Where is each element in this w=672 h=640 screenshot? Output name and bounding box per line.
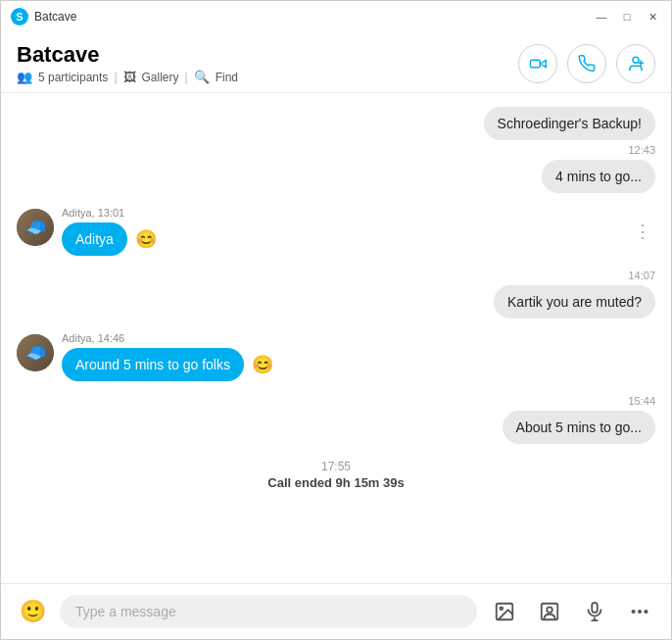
separator-1: | <box>114 71 117 84</box>
emoji-picker-button[interactable]: 🙂 <box>15 594 50 629</box>
chat-header: Batcave 👥 5 participants | 🖼 Gallery | 🔍… <box>1 32 671 93</box>
video-call-button[interactable] <box>518 44 557 83</box>
avatar: 🧢 <box>17 209 54 246</box>
separator-2: | <box>185 71 188 84</box>
skype-logo-icon: S <box>11 8 28 25</box>
call-ended-time: 17:55 <box>17 460 655 473</box>
call-ended-label: Call ended 9h 15m 39s <box>17 475 655 490</box>
emoji-reaction-button[interactable]: 😊 <box>252 354 273 375</box>
avatar-image: 🧢 <box>17 334 54 371</box>
message-body: Aditya, 13:01 Aditya 😊 <box>62 207 157 256</box>
bubble-row: Around 5 mins to go folks 😊 <box>62 348 273 381</box>
audio-button[interactable] <box>577 594 612 629</box>
chat-title: Batcave <box>17 42 238 68</box>
timestamp-row: 12:43 <box>628 144 655 158</box>
contact-icon <box>539 601 560 622</box>
maximize-button[interactable]: □ <box>618 8 636 25</box>
message-row: Schroedinger's Backup! <box>17 107 655 140</box>
emoji-icon: 🙂 <box>20 599 46 624</box>
sender-info: Aditya, 13:01 <box>62 207 157 219</box>
contact-button[interactable] <box>532 594 567 629</box>
find-icon: 🔍 <box>194 70 210 84</box>
message-bubble: Around 5 mins to go folks <box>62 348 244 381</box>
message-bubble: Kartik you are muted? <box>494 285 655 319</box>
close-button[interactable]: ✕ <box>644 8 661 25</box>
emoji-reaction-button[interactable]: 😊 <box>135 228 157 250</box>
svg-point-13 <box>639 611 641 613</box>
participants-icon: 👥 <box>17 70 32 84</box>
image-icon <box>494 601 515 622</box>
message-timestamp: 15:44 <box>628 395 655 407</box>
call-ended-block: 17:55 Call ended 9h 15m 39s <box>17 460 655 490</box>
sender-info: Aditya, 14:46 <box>62 332 273 344</box>
more-dots-icon <box>629 601 650 622</box>
message-timestamp: 12:43 <box>628 144 655 156</box>
message-body: Aditya, 14:46 Around 5 mins to go folks … <box>62 332 273 381</box>
message-row: 15:44 About 5 mins to go... <box>17 395 655 444</box>
message-bubble: 4 mins to go... <box>542 160 655 193</box>
video-icon <box>529 55 547 73</box>
message-row: 🧢 Aditya, 14:46 Around 5 mins to go folk… <box>17 332 655 381</box>
gallery-label[interactable]: Gallery <box>142 71 179 84</box>
add-participant-button[interactable] <box>616 44 655 83</box>
message-timestamp: 14:07 <box>628 270 655 281</box>
message-row: 14:07 Kartik you are muted? <box>17 270 655 319</box>
add-person-icon <box>627 55 645 73</box>
titlebar: S Batcave — □ ✕ <box>1 1 671 32</box>
header-actions <box>518 44 655 83</box>
gallery-icon: 🖼 <box>123 70 136 84</box>
titlebar-controls: — □ ✕ <box>593 8 661 25</box>
svg-point-12 <box>633 611 635 613</box>
svg-point-2 <box>633 57 639 63</box>
message-row: 12:43 4 mins to go... <box>17 144 655 193</box>
input-bar: 🙂 <box>1 583 671 639</box>
media-button[interactable] <box>487 594 522 629</box>
audio-call-button[interactable] <box>567 44 606 83</box>
phone-icon <box>578 55 596 73</box>
svg-point-8 <box>547 607 552 613</box>
timestamp-row: 14:07 <box>628 270 655 283</box>
message-bubble: Schroedinger's Backup! <box>484 107 655 140</box>
messages-area: Schroedinger's Backup! 12:43 4 mins to g… <box>1 93 671 583</box>
svg-rect-0 <box>531 60 541 68</box>
titlebar-left: S Batcave <box>11 8 76 25</box>
microphone-icon <box>584 601 605 622</box>
avatar-image: 🧢 <box>17 209 54 246</box>
message-input[interactable] <box>60 595 477 628</box>
more-options-button[interactable]: ⋮ <box>630 217 655 246</box>
message-bubble: Aditya <box>62 222 127 256</box>
find-label[interactable]: Find <box>216 71 238 84</box>
timestamp-row: 15:44 <box>628 395 655 409</box>
minimize-button[interactable]: — <box>593 8 610 25</box>
svg-point-14 <box>646 611 648 613</box>
titlebar-app-name: Batcave <box>34 10 76 24</box>
svg-rect-9 <box>592 603 598 613</box>
svg-point-6 <box>500 607 503 610</box>
header-meta: 👥 5 participants | 🖼 Gallery | 🔍 Find <box>17 70 238 84</box>
message-row: 🧢 Aditya, 13:01 Aditya 😊 ⋮ <box>17 207 655 256</box>
svg-marker-1 <box>541 60 546 68</box>
participants-label: 5 participants <box>38 71 108 84</box>
avatar: 🧢 <box>17 334 54 371</box>
header-left: Batcave 👥 5 participants | 🖼 Gallery | 🔍… <box>17 42 238 84</box>
message-bubble: About 5 mins to go... <box>503 411 655 444</box>
bubble-row: Aditya 😊 <box>62 222 157 256</box>
more-button[interactable] <box>622 594 657 629</box>
